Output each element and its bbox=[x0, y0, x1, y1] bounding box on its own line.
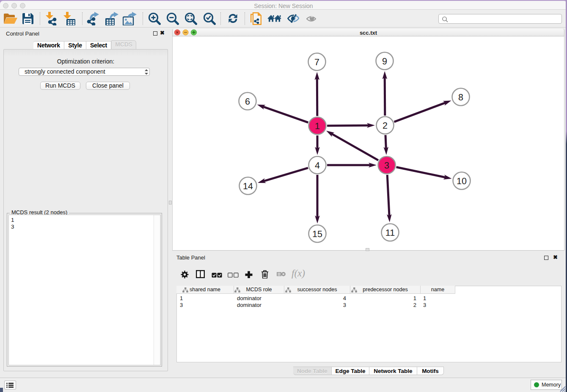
svg-text:1: 1 bbox=[315, 121, 320, 131]
svg-text:14: 14 bbox=[243, 181, 253, 191]
svg-text:4: 4 bbox=[315, 160, 320, 171]
svg-text:2: 2 bbox=[383, 121, 388, 131]
svg-text:6: 6 bbox=[245, 97, 250, 107]
svg-text:11: 11 bbox=[385, 228, 395, 238]
svg-text:15: 15 bbox=[312, 229, 322, 239]
svg-text:3: 3 bbox=[384, 160, 389, 171]
svg-text:7: 7 bbox=[314, 57, 319, 67]
svg-text:9: 9 bbox=[382, 56, 387, 66]
svg-text:10: 10 bbox=[457, 176, 467, 186]
svg-text:8: 8 bbox=[458, 92, 463, 102]
